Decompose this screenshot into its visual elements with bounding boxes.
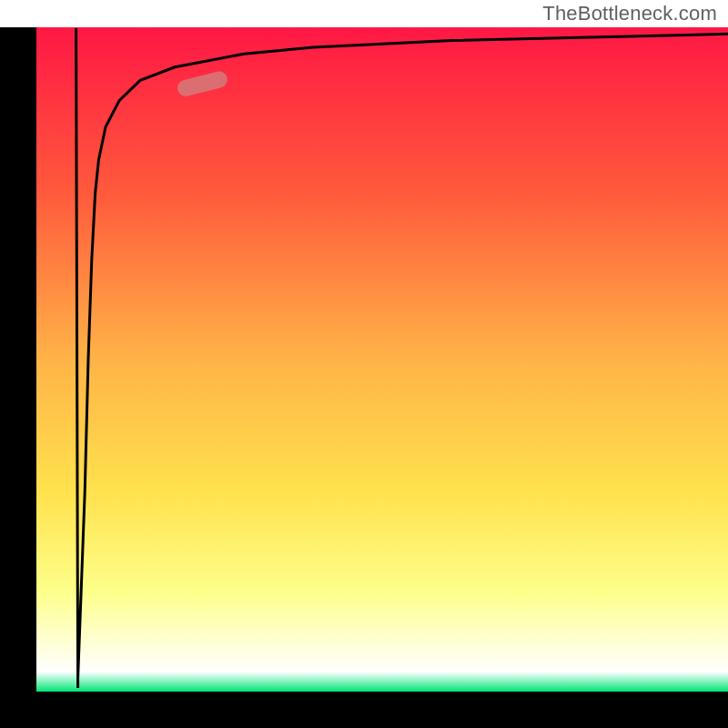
y-axis [0,27,36,728]
chart-svg [0,0,728,728]
attribution-label: TheBottleneck.com [542,2,717,25]
plot-background [36,27,728,692]
x-axis [0,692,728,728]
bottleneck-chart: TheBottleneck.com [0,0,728,728]
